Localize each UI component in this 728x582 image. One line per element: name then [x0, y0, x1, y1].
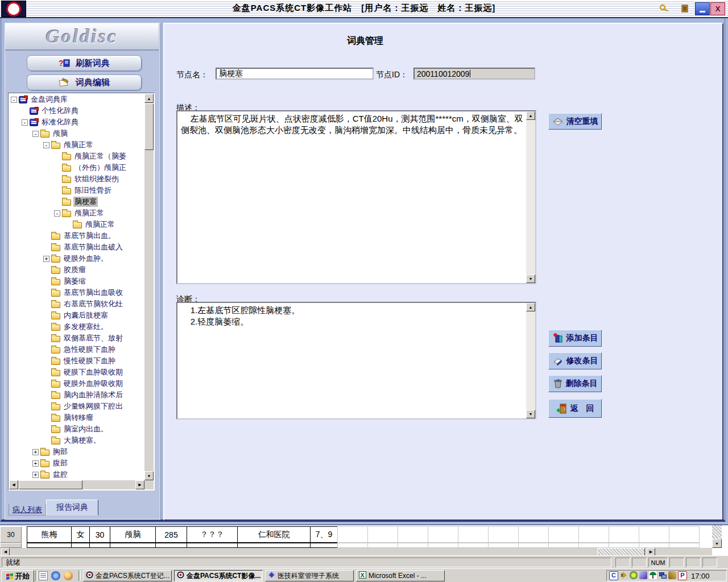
refresh-dictionary-button[interactable]: ? 刷新词典	[27, 55, 142, 71]
tree-item[interactable]: 软组织挫裂伤	[9, 173, 144, 185]
taskbar-task-4[interactable]: XMicrosoft Excel - ...	[356, 570, 445, 581]
clear-refill-button[interactable]: 清空重填	[548, 113, 602, 130]
tree-item[interactable]: 脑室内出血。	[9, 423, 144, 435]
key-icon[interactable]	[657, 2, 671, 14]
scrollbar-thumb[interactable]	[19, 480, 82, 489]
logout-icon[interactable]	[678, 2, 692, 14]
scroll-down-icon[interactable]: ▼	[144, 471, 154, 480]
excel-empty-cell[interactable]	[398, 526, 428, 543]
tree-item[interactable]: 慢性硬膜下血肿	[9, 355, 144, 367]
excel-empty-cell[interactable]	[367, 526, 398, 543]
tree-vertical-scrollbar[interactable]: ▲ ▼	[144, 94, 154, 480]
scroll-up-icon[interactable]: ▲	[526, 303, 535, 311]
tree-item[interactable]: 多发梗塞灶。	[9, 321, 144, 332]
tab-patient-list[interactable]: 病人列表	[9, 504, 46, 516]
tree-item[interactable]: 少量蛛网膜下腔出	[9, 401, 144, 412]
excel-empty-cell[interactable]	[518, 526, 549, 543]
scroll-left-icon[interactable]: ◀	[9, 480, 18, 489]
tree-item[interactable]: 脑梗塞	[9, 196, 144, 207]
tree-item[interactable]: 基底节脑出血。	[9, 230, 144, 242]
taskbar-task-3[interactable]: 医技科室管理子系统	[265, 570, 354, 581]
excel-empty-cell[interactable]	[578, 526, 609, 543]
network-icon[interactable]	[659, 571, 667, 579]
tree-item[interactable]: +腹部	[9, 458, 144, 469]
modify-entry-button[interactable]: 修改条目	[548, 352, 602, 369]
pen-icon[interactable]	[639, 571, 647, 579]
expand-icon[interactable]: +	[32, 449, 39, 455]
excel-empty-cell[interactable]	[639, 526, 669, 543]
taskbar-task-1[interactable]: 金盘PACS系统CT登记...	[83, 570, 172, 581]
node-id-input[interactable]: 200110012009	[413, 68, 535, 80]
tree-item[interactable]: 基底节脑出血吸收	[9, 287, 144, 298]
quicklaunch-desktop-icon[interactable]	[39, 571, 48, 580]
tree-item[interactable]: -标准化辞典	[9, 117, 144, 128]
tree-item[interactable]: 颅脑正常（脑萎	[9, 151, 144, 162]
node-name-input[interactable]: 脑梗塞	[216, 68, 374, 80]
tree-item[interactable]: +盆腔	[9, 469, 144, 480]
excel-empty-cell[interactable]	[458, 526, 489, 543]
excel-horizontal-scrollbar[interactable]: ◀ ▶	[0, 548, 712, 556]
dialer-icon[interactable]: C	[609, 571, 618, 580]
tree-item[interactable]: 硬膜外血肿吸收期	[9, 378, 144, 389]
collapse-icon[interactable]: -	[32, 131, 39, 137]
excel-cell[interactable]: 颅脑	[110, 526, 156, 543]
tab-report-dictionary[interactable]: 报告词典	[46, 500, 98, 516]
start-button[interactable]: 开始	[1, 570, 34, 582]
tree-item[interactable]: +胸部	[9, 446, 144, 458]
tree-item[interactable]: 脑内血肿清除术后	[9, 389, 144, 401]
return-button[interactable]: 返 回	[548, 399, 602, 418]
diagnosis-textarea[interactable]: 1.左基底节区腔隙性脑梗塞。 2.轻度脑萎缩。 ▲ ▼	[176, 302, 536, 419]
expand-icon[interactable]: +	[43, 256, 49, 262]
tree-item[interactable]: 急性硬膜下血肿	[9, 344, 144, 355]
description-scrollbar[interactable]: ▲ ▼	[526, 111, 535, 283]
messenger-icon[interactable]	[630, 571, 638, 579]
excel-empty-cell[interactable]	[488, 526, 519, 543]
powerword-icon[interactable]: P	[678, 571, 687, 580]
scrollbar-thumb[interactable]	[597, 548, 645, 556]
add-entry-button[interactable]: 添加条目	[548, 330, 602, 347]
collapse-icon[interactable]: -	[43, 142, 49, 148]
excel-cell[interactable]: ？？？	[187, 526, 238, 543]
tree-horizontal-scrollbar[interactable]: ◀ ▶	[9, 480, 144, 489]
tree-item[interactable]: 大脑梗塞。	[9, 435, 144, 446]
delete-entry-button[interactable]: 删除条目	[548, 375, 602, 392]
minimize-button[interactable]	[695, 2, 710, 15]
tree-item[interactable]: -颅脑	[9, 128, 144, 139]
excel-cell[interactable]: 30	[89, 526, 110, 543]
edit-dictionary-button[interactable]: 词典编辑	[27, 74, 142, 90]
excel-vertical-scrollbar[interactable]: ▼	[712, 525, 722, 548]
scroll-up-icon[interactable]: ▲	[144, 94, 154, 103]
tree-item[interactable]: 内囊后肢梗塞	[9, 310, 144, 321]
scroll-down-icon[interactable]: ▼	[526, 410, 535, 418]
tree-item[interactable]: 脑转移瘤	[9, 412, 144, 423]
excel-cell[interactable]: 285	[155, 526, 187, 543]
excel-empty-cell[interactable]	[428, 526, 458, 543]
tree-item[interactable]: -颅脑正常	[9, 139, 144, 151]
scroll-left-icon[interactable]: ◀	[1, 548, 10, 556]
tree-item[interactable]: -颅脑正常	[9, 207, 144, 219]
excel-cell[interactable]: 女	[71, 526, 90, 543]
excel-cell[interactable]: 仁和医院	[237, 526, 311, 543]
quicklaunch-qq-icon[interactable]	[64, 571, 73, 580]
tree-item[interactable]: 胶质瘤	[9, 264, 144, 276]
scroll-down-icon[interactable]: ▼	[526, 275, 535, 283]
description-textarea[interactable]: 左基底节区可见斑片状、点状密度减低影，CT值20Hu，测其范围*****cm，双…	[176, 110, 536, 284]
close-button[interactable]: X	[710, 2, 725, 15]
collapse-icon[interactable]: -	[11, 97, 17, 103]
diagnosis-scrollbar[interactable]: ▲ ▼	[526, 303, 535, 418]
tree-item[interactable]: +硬膜外血肿。	[9, 253, 144, 264]
expand-icon[interactable]: +	[32, 472, 39, 478]
pencil-icon[interactable]	[668, 571, 676, 579]
scrollbar-thumb[interactable]	[144, 103, 154, 150]
scroll-right-icon[interactable]: ▶	[647, 548, 655, 556]
excel-empty-cell[interactable]	[669, 526, 700, 543]
quicklaunch-ie-icon[interactable]	[51, 571, 60, 580]
taskbar-task-2[interactable]: 金盘PACS系统CT影像...	[174, 570, 263, 581]
collapse-icon[interactable]: -	[22, 119, 28, 126]
collapse-icon[interactable]: -	[54, 210, 60, 217]
tree-item[interactable]: （外伤）颅脑正	[9, 162, 144, 173]
tree-item[interactable]: 个性化辞典	[9, 105, 144, 117]
expand-icon[interactable]: +	[32, 460, 39, 467]
tree-item[interactable]: 基底节脑出血破入	[9, 242, 144, 253]
volume-icon[interactable]	[620, 571, 628, 579]
